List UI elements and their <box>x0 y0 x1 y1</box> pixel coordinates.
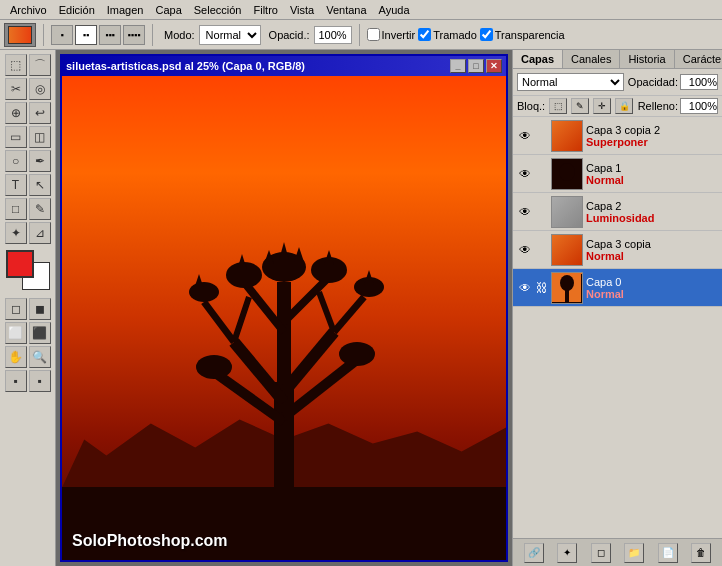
panel-group-btn[interactable]: 📁 <box>624 543 644 563</box>
mode-btn-1[interactable]: ▪ <box>51 25 73 45</box>
notes-tool[interactable]: ✎ <box>29 198 51 220</box>
layer-info-capa3copia: Capa 3 copia Normal <box>586 238 718 262</box>
screen-mode-std[interactable]: ⬜ <box>5 322 27 344</box>
extra-btn-2[interactable]: ▪ <box>29 370 51 392</box>
transparencia-checkbox[interactable] <box>480 28 493 41</box>
lock-all-btn[interactable]: 🔒 <box>615 98 633 114</box>
foreground-color-swatch[interactable] <box>6 250 34 278</box>
canvas-content: SoloPhotoshop.com <box>62 76 506 560</box>
tramado-checkbox[interactable] <box>418 28 431 41</box>
color-swatches <box>6 250 50 290</box>
screen-mode-full[interactable]: ⬛ <box>29 322 51 344</box>
menu-imagen[interactable]: Imagen <box>101 2 150 18</box>
layer-link-capa3copia <box>536 242 548 258</box>
panel-blend-mode-select[interactable]: Normal <box>517 73 624 91</box>
invertir-checkbox-label[interactable]: Invertir <box>367 28 416 41</box>
panel-opacity-input[interactable] <box>680 74 718 90</box>
layer-row-capa3copia[interactable]: 👁 Capa 3 copia Normal <box>513 231 722 269</box>
menu-capa[interactable]: Capa <box>149 2 187 18</box>
pen-tool[interactable]: ✒ <box>29 150 51 172</box>
blend-mode-select[interactable]: Normal <box>199 25 261 45</box>
lasso-tool[interactable]: ⌒ <box>29 54 51 76</box>
layer-row-capa1[interactable]: 👁 Capa 1 Normal <box>513 155 722 193</box>
layer-mode-capa3copia2: Superponer <box>586 136 718 148</box>
layer-visibility-capa0[interactable]: 👁 <box>517 280 533 296</box>
separator-3 <box>359 24 360 46</box>
heal-tool[interactable]: ◎ <box>29 78 51 100</box>
svg-line-9 <box>234 297 249 342</box>
menu-edicion[interactable]: Edición <box>53 2 101 18</box>
menu-archivo[interactable]: Archivo <box>4 2 53 18</box>
quick-mask-off[interactable]: ◻ <box>5 298 27 320</box>
dodge-tool[interactable]: ○ <box>5 150 27 172</box>
opacity-input[interactable] <box>314 26 352 44</box>
path-tool[interactable]: ↖ <box>29 174 51 196</box>
fill-input[interactable] <box>680 98 718 114</box>
layer-name-capa3copia2: Capa 3 copia 2 <box>586 124 718 136</box>
separator-2 <box>152 24 153 46</box>
crop-tool[interactable]: ✂ <box>5 78 27 100</box>
svg-marker-19 <box>279 242 289 260</box>
gradient-tool[interactable]: ◫ <box>29 126 51 148</box>
svg-point-15 <box>189 282 219 302</box>
hand-tool[interactable]: ✋ <box>5 346 27 368</box>
mode-btn-2[interactable]: ▪▪ <box>75 25 97 45</box>
panel-fx-btn[interactable]: ✦ <box>557 543 577 563</box>
invertir-checkbox[interactable] <box>367 28 380 41</box>
zoom-tool[interactable]: 🔍 <box>29 346 51 368</box>
clone-tool[interactable]: ⊕ <box>5 102 27 124</box>
layer-mode-capa1: Normal <box>586 174 718 186</box>
layer-row-capa2[interactable]: 👁 Capa 2 Luminosidad <box>513 193 722 231</box>
brush-preview[interactable] <box>4 23 36 47</box>
layer-link-capa1 <box>536 166 548 182</box>
left-toolbar: ⬚ ⌒ ✂ ◎ ⊕ ↩ ▭ ◫ ○ ✒ T ↖ □ ✎ ✦ ⊿ <box>0 50 56 566</box>
eyedropper-tool[interactable]: ✦ <box>5 222 27 244</box>
panel-delete-btn[interactable]: 🗑 <box>691 543 711 563</box>
layer-info-capa2: Capa 2 Luminosidad <box>586 200 718 224</box>
menu-ayuda[interactable]: Ayuda <box>373 2 416 18</box>
svg-point-17 <box>196 355 232 379</box>
tab-historia[interactable]: Historia <box>620 50 674 68</box>
maximize-button[interactable]: □ <box>468 59 484 73</box>
marquee-tool[interactable]: ⬚ <box>5 54 27 76</box>
extra-btn-1[interactable]: ▪ <box>5 370 27 392</box>
transparencia-checkbox-label[interactable]: Transparencia <box>480 28 565 41</box>
menu-vista[interactable]: Vista <box>284 2 320 18</box>
panel-mask-btn[interactable]: ◻ <box>591 543 611 563</box>
shape-tool[interactable]: □ <box>5 198 27 220</box>
canvas-image: SoloPhotoshop.com <box>62 76 506 560</box>
lock-move-btn[interactable]: ✛ <box>593 98 611 114</box>
layer-link-capa3copia2 <box>536 128 548 144</box>
layer-visibility-capa3copia[interactable]: 👁 <box>517 242 533 258</box>
eraser-tool[interactable]: ▭ <box>5 126 27 148</box>
layer-visibility-capa1[interactable]: 👁 <box>517 166 533 182</box>
type-tool[interactable]: T <box>5 174 27 196</box>
history-brush[interactable]: ↩ <box>29 102 51 124</box>
panel-new-layer-btn[interactable]: 📄 <box>658 543 678 563</box>
layer-visibility-capa3copia2[interactable]: 👁 <box>517 128 533 144</box>
lock-paint-btn[interactable]: ✎ <box>571 98 589 114</box>
menu-filtro[interactable]: Filtro <box>247 2 283 18</box>
layer-visibility-capa2[interactable]: 👁 <box>517 204 533 220</box>
close-button[interactable]: ✕ <box>486 59 502 73</box>
menu-seleccion[interactable]: Selección <box>188 2 248 18</box>
layer-row-capa0[interactable]: 👁 ⛓ Capa 0 Normal <box>513 269 722 307</box>
mode-btn-4[interactable]: ▪▪▪▪ <box>123 25 145 45</box>
measure-tool[interactable]: ⊿ <box>29 222 51 244</box>
panel-link-btn[interactable]: 🔗 <box>524 543 544 563</box>
layer-link-capa0[interactable]: ⛓ <box>536 280 548 296</box>
tab-caracter[interactable]: Carácter <box>675 50 722 68</box>
tramado-checkbox-label[interactable]: Tramado <box>418 28 477 41</box>
mode-btn-3[interactable]: ▪▪▪ <box>99 25 121 45</box>
minimize-button[interactable]: _ <box>450 59 466 73</box>
layer-row-capa3copia2[interactable]: 👁 Capa 3 copia 2 Superponer <box>513 117 722 155</box>
lock-transparent-btn[interactable]: ⬚ <box>549 98 567 114</box>
fill-label-text: Relleno: <box>638 100 678 112</box>
tab-capas[interactable]: Capas <box>513 50 563 68</box>
menu-ventana[interactable]: Ventana <box>320 2 372 18</box>
layer-mode-capa3copia: Normal <box>586 250 718 262</box>
tab-canales[interactable]: Canales <box>563 50 620 68</box>
quick-mask-on[interactable]: ◼ <box>29 298 51 320</box>
canvas-window: siluetas-artisticas.psd al 25% (Capa 0, … <box>60 54 508 562</box>
layer-thumb-capa0 <box>551 272 583 304</box>
